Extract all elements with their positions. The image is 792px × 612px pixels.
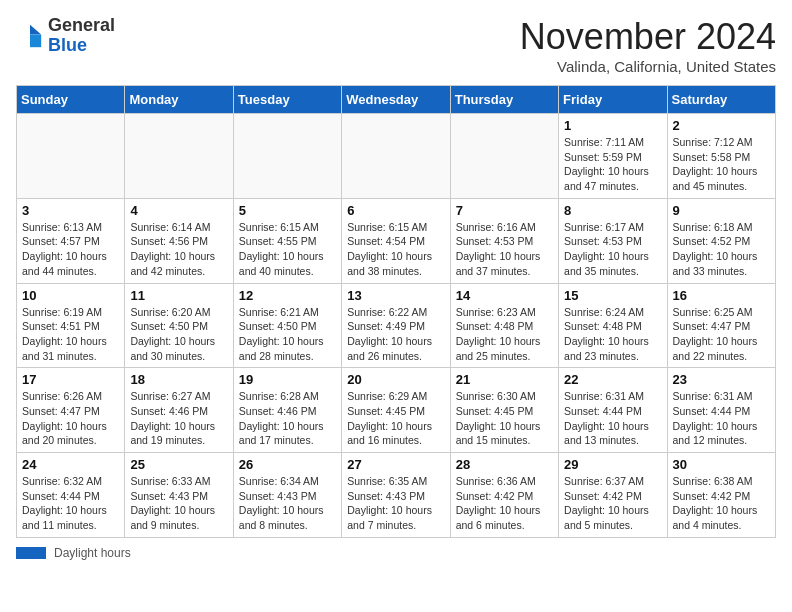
calendar-cell-w2d3: 13Sunrise: 6:22 AM Sunset: 4:49 PM Dayli…	[342, 283, 450, 368]
calendar-cell-w4d3: 27Sunrise: 6:35 AM Sunset: 4:43 PM Dayli…	[342, 453, 450, 538]
day-number: 7	[456, 203, 553, 218]
day-info: Sunrise: 6:13 AM Sunset: 4:57 PM Dayligh…	[22, 220, 119, 279]
calendar-cell-w1d6: 9Sunrise: 6:18 AM Sunset: 4:52 PM Daylig…	[667, 198, 775, 283]
day-info: Sunrise: 6:17 AM Sunset: 4:53 PM Dayligh…	[564, 220, 661, 279]
calendar-cell-w0d1	[125, 114, 233, 199]
calendar-header-thursday: Thursday	[450, 86, 558, 114]
logo-icon	[16, 22, 44, 50]
day-number: 21	[456, 372, 553, 387]
day-info: Sunrise: 6:37 AM Sunset: 4:42 PM Dayligh…	[564, 474, 661, 533]
calendar-cell-w4d0: 24Sunrise: 6:32 AM Sunset: 4:44 PM Dayli…	[17, 453, 125, 538]
calendar: SundayMondayTuesdayWednesdayThursdayFrid…	[16, 85, 776, 538]
logo-general: General	[48, 15, 115, 35]
calendar-header-sunday: Sunday	[17, 86, 125, 114]
day-number: 17	[22, 372, 119, 387]
day-info: Sunrise: 6:33 AM Sunset: 4:43 PM Dayligh…	[130, 474, 227, 533]
day-number: 14	[456, 288, 553, 303]
day-number: 13	[347, 288, 444, 303]
day-info: Sunrise: 6:36 AM Sunset: 4:42 PM Dayligh…	[456, 474, 553, 533]
day-number: 15	[564, 288, 661, 303]
calendar-cell-w2d1: 11Sunrise: 6:20 AM Sunset: 4:50 PM Dayli…	[125, 283, 233, 368]
day-info: Sunrise: 6:24 AM Sunset: 4:48 PM Dayligh…	[564, 305, 661, 364]
calendar-cell-w0d6: 2Sunrise: 7:12 AM Sunset: 5:58 PM Daylig…	[667, 114, 775, 199]
calendar-cell-w4d4: 28Sunrise: 6:36 AM Sunset: 4:42 PM Dayli…	[450, 453, 558, 538]
day-number: 30	[673, 457, 770, 472]
location: Valinda, California, United States	[520, 58, 776, 75]
calendar-cell-w3d1: 18Sunrise: 6:27 AM Sunset: 4:46 PM Dayli…	[125, 368, 233, 453]
svg-marker-0	[30, 25, 41, 35]
calendar-week-0: 1Sunrise: 7:11 AM Sunset: 5:59 PM Daylig…	[17, 114, 776, 199]
day-number: 20	[347, 372, 444, 387]
calendar-header-monday: Monday	[125, 86, 233, 114]
calendar-header-row: SundayMondayTuesdayWednesdayThursdayFrid…	[17, 86, 776, 114]
day-info: Sunrise: 6:14 AM Sunset: 4:56 PM Dayligh…	[130, 220, 227, 279]
day-info: Sunrise: 6:32 AM Sunset: 4:44 PM Dayligh…	[22, 474, 119, 533]
calendar-header-wednesday: Wednesday	[342, 86, 450, 114]
calendar-cell-w4d6: 30Sunrise: 6:38 AM Sunset: 4:42 PM Dayli…	[667, 453, 775, 538]
calendar-header-tuesday: Tuesday	[233, 86, 341, 114]
day-info: Sunrise: 6:20 AM Sunset: 4:50 PM Dayligh…	[130, 305, 227, 364]
legend-label: Daylight hours	[54, 546, 131, 560]
day-number: 10	[22, 288, 119, 303]
calendar-cell-w3d0: 17Sunrise: 6:26 AM Sunset: 4:47 PM Dayli…	[17, 368, 125, 453]
day-info: Sunrise: 6:19 AM Sunset: 4:51 PM Dayligh…	[22, 305, 119, 364]
calendar-cell-w3d6: 23Sunrise: 6:31 AM Sunset: 4:44 PM Dayli…	[667, 368, 775, 453]
day-info: Sunrise: 6:26 AM Sunset: 4:47 PM Dayligh…	[22, 389, 119, 448]
calendar-cell-w0d3	[342, 114, 450, 199]
day-number: 8	[564, 203, 661, 218]
calendar-cell-w3d2: 19Sunrise: 6:28 AM Sunset: 4:46 PM Dayli…	[233, 368, 341, 453]
day-info: Sunrise: 6:28 AM Sunset: 4:46 PM Dayligh…	[239, 389, 336, 448]
calendar-header-friday: Friday	[559, 86, 667, 114]
calendar-cell-w3d3: 20Sunrise: 6:29 AM Sunset: 4:45 PM Dayli…	[342, 368, 450, 453]
logo-blue: Blue	[48, 35, 87, 55]
day-info: Sunrise: 6:21 AM Sunset: 4:50 PM Dayligh…	[239, 305, 336, 364]
day-number: 19	[239, 372, 336, 387]
calendar-cell-w3d5: 22Sunrise: 6:31 AM Sunset: 4:44 PM Dayli…	[559, 368, 667, 453]
day-number: 3	[22, 203, 119, 218]
day-number: 2	[673, 118, 770, 133]
day-info: Sunrise: 7:12 AM Sunset: 5:58 PM Dayligh…	[673, 135, 770, 194]
day-info: Sunrise: 7:11 AM Sunset: 5:59 PM Dayligh…	[564, 135, 661, 194]
calendar-cell-w0d0	[17, 114, 125, 199]
day-number: 1	[564, 118, 661, 133]
calendar-cell-w1d3: 6Sunrise: 6:15 AM Sunset: 4:54 PM Daylig…	[342, 198, 450, 283]
calendar-cell-w1d4: 7Sunrise: 6:16 AM Sunset: 4:53 PM Daylig…	[450, 198, 558, 283]
day-info: Sunrise: 6:30 AM Sunset: 4:45 PM Dayligh…	[456, 389, 553, 448]
day-number: 18	[130, 372, 227, 387]
day-number: 29	[564, 457, 661, 472]
day-info: Sunrise: 6:18 AM Sunset: 4:52 PM Dayligh…	[673, 220, 770, 279]
day-info: Sunrise: 6:15 AM Sunset: 4:55 PM Dayligh…	[239, 220, 336, 279]
day-number: 24	[22, 457, 119, 472]
calendar-cell-w2d6: 16Sunrise: 6:25 AM Sunset: 4:47 PM Dayli…	[667, 283, 775, 368]
calendar-week-1: 3Sunrise: 6:13 AM Sunset: 4:57 PM Daylig…	[17, 198, 776, 283]
day-number: 27	[347, 457, 444, 472]
day-info: Sunrise: 6:15 AM Sunset: 4:54 PM Dayligh…	[347, 220, 444, 279]
day-info: Sunrise: 6:23 AM Sunset: 4:48 PM Dayligh…	[456, 305, 553, 364]
calendar-cell-w1d5: 8Sunrise: 6:17 AM Sunset: 4:53 PM Daylig…	[559, 198, 667, 283]
calendar-cell-w0d5: 1Sunrise: 7:11 AM Sunset: 5:59 PM Daylig…	[559, 114, 667, 199]
calendar-cell-w4d5: 29Sunrise: 6:37 AM Sunset: 4:42 PM Dayli…	[559, 453, 667, 538]
day-number: 23	[673, 372, 770, 387]
calendar-cell-w1d0: 3Sunrise: 6:13 AM Sunset: 4:57 PM Daylig…	[17, 198, 125, 283]
day-info: Sunrise: 6:34 AM Sunset: 4:43 PM Dayligh…	[239, 474, 336, 533]
logo-text: General Blue	[48, 16, 115, 56]
calendar-week-3: 17Sunrise: 6:26 AM Sunset: 4:47 PM Dayli…	[17, 368, 776, 453]
calendar-header-saturday: Saturday	[667, 86, 775, 114]
day-number: 12	[239, 288, 336, 303]
title-area: November 2024 Valinda, California, Unite…	[520, 16, 776, 75]
calendar-cell-w2d4: 14Sunrise: 6:23 AM Sunset: 4:48 PM Dayli…	[450, 283, 558, 368]
day-number: 9	[673, 203, 770, 218]
calendar-cell-w4d2: 26Sunrise: 6:34 AM Sunset: 4:43 PM Dayli…	[233, 453, 341, 538]
legend-bar	[16, 547, 46, 559]
calendar-cell-w2d5: 15Sunrise: 6:24 AM Sunset: 4:48 PM Dayli…	[559, 283, 667, 368]
day-number: 16	[673, 288, 770, 303]
day-info: Sunrise: 6:31 AM Sunset: 4:44 PM Dayligh…	[564, 389, 661, 448]
day-info: Sunrise: 6:31 AM Sunset: 4:44 PM Dayligh…	[673, 389, 770, 448]
day-info: Sunrise: 6:22 AM Sunset: 4:49 PM Dayligh…	[347, 305, 444, 364]
calendar-cell-w1d1: 4Sunrise: 6:14 AM Sunset: 4:56 PM Daylig…	[125, 198, 233, 283]
calendar-cell-w2d0: 10Sunrise: 6:19 AM Sunset: 4:51 PM Dayli…	[17, 283, 125, 368]
day-number: 28	[456, 457, 553, 472]
day-number: 26	[239, 457, 336, 472]
day-info: Sunrise: 6:16 AM Sunset: 4:53 PM Dayligh…	[456, 220, 553, 279]
calendar-cell-w3d4: 21Sunrise: 6:30 AM Sunset: 4:45 PM Dayli…	[450, 368, 558, 453]
